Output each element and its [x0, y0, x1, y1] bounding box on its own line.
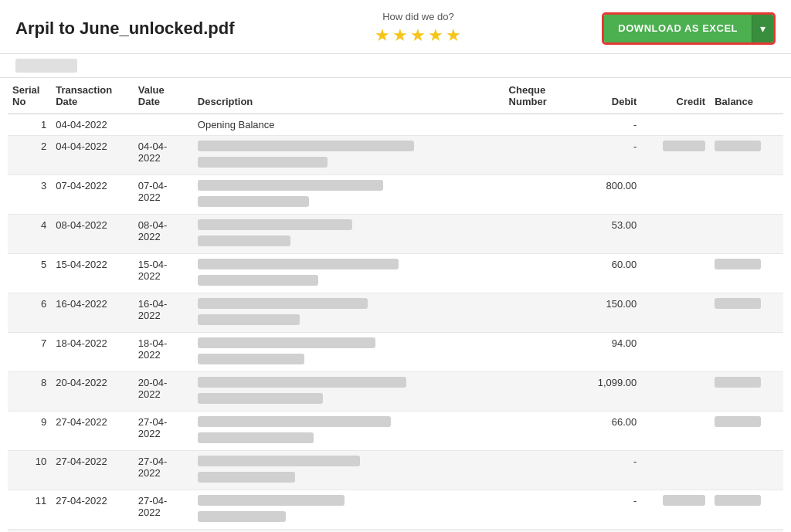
cell-cheque — [504, 215, 569, 254]
star-1[interactable]: ★ — [375, 25, 390, 46]
cell-credit — [641, 136, 710, 175]
cell-trans-date: 27-04-... — [51, 530, 134, 533]
cell-credit — [641, 215, 710, 254]
cell-serial: 10 — [8, 451, 51, 490]
col-header-description: Description — [193, 78, 504, 114]
cell-value-date: 07-04- 2022 — [134, 175, 193, 215]
cell-debit: - — [569, 451, 642, 490]
star-3[interactable]: ★ — [410, 25, 426, 46]
table-row: 718-04-202218-04- 202294.00 — [8, 333, 783, 372]
table-row: 1127-04-202227-04- 2022- — [8, 490, 783, 530]
cell-cheque — [504, 451, 569, 490]
cell-description — [193, 215, 504, 254]
cell-credit — [641, 372, 710, 412]
cell-cheque — [504, 490, 569, 530]
cell-description — [193, 372, 504, 412]
cell-debit: - — [569, 490, 642, 530]
star-4[interactable]: ★ — [428, 25, 443, 46]
cell-balance — [710, 530, 783, 533]
cell-value-date: 27-04- 2022 — [134, 451, 193, 490]
download-dropdown-button[interactable]: ▾ — [752, 15, 773, 42]
table-row: 104-04-2022Opening Balance- — [8, 114, 783, 136]
cell-debit: - — [569, 114, 642, 136]
cell-credit — [641, 254, 710, 293]
cell-trans-date: 18-04-2022 — [51, 333, 134, 372]
cell-credit — [641, 451, 710, 490]
cell-value-date — [134, 114, 193, 136]
cell-balance — [710, 175, 783, 215]
cell-cheque — [504, 254, 569, 293]
cell-cheque — [504, 412, 569, 451]
col-header-value-date: Value Date — [134, 78, 193, 114]
cell-serial: 3 — [8, 175, 51, 215]
cell-serial: 7 — [8, 333, 51, 372]
cell-cheque — [504, 136, 569, 175]
table-container: Serial No Transaction Date Value Date De… — [0, 78, 791, 532]
cell-debit: 150.00 — [569, 293, 642, 333]
cell-balance — [710, 114, 783, 136]
col-header-credit: Credit — [641, 78, 710, 114]
cell-serial: 4 — [8, 215, 51, 254]
cell-trans-date: 08-04-2022 — [51, 215, 134, 254]
cell-trans-date: 27-04-2022 — [51, 451, 134, 490]
cell-serial: 5 — [8, 254, 51, 293]
cell-trans-date: 27-04-2022 — [51, 490, 134, 530]
table-row: 515-04-202215-04- 202260.00 — [8, 254, 783, 293]
cell-trans-date: 07-04-2022 — [51, 175, 134, 215]
cell-trans-date: 04-04-2022 — [51, 114, 134, 136]
cell-credit — [641, 293, 710, 333]
cell-debit: 60.00 — [569, 254, 642, 293]
cell-debit: 20,000.00 — [569, 530, 642, 533]
download-as-excel-button[interactable]: DOWNLOAD AS EXCEL — [604, 15, 752, 42]
cell-cheque — [504, 530, 569, 533]
star-5[interactable]: ★ — [446, 25, 461, 46]
cell-serial: 12 — [8, 530, 51, 533]
download-button-wrapper: DOWNLOAD AS EXCEL ▾ — [602, 12, 776, 45]
cell-description — [193, 451, 504, 490]
table-row: 820-04-202220-04- 20221,099.00 — [8, 372, 783, 412]
cell-serial: 11 — [8, 490, 51, 530]
cell-trans-date: 04-04-2022 — [51, 136, 134, 175]
cell-balance — [710, 451, 783, 490]
cell-description — [193, 333, 504, 372]
cell-cheque — [504, 114, 569, 136]
cell-value-date: 08-04- 2022 — [134, 215, 193, 254]
cell-value-date: 04-04- 2022 — [134, 136, 193, 175]
cell-debit: 800.00 — [569, 175, 642, 215]
col-header-cheque: Cheque Number — [504, 78, 569, 114]
star-rating[interactable]: ★ ★ ★ ★ ★ — [375, 25, 461, 46]
cell-trans-date: 20-04-2022 — [51, 372, 134, 412]
cell-balance — [710, 254, 783, 293]
cell-credit — [641, 333, 710, 372]
col-header-serial: Serial No — [8, 78, 51, 114]
pagination-area — [0, 54, 791, 78]
col-header-trans-date: Transaction Date — [51, 78, 134, 114]
download-section: DOWNLOAD AS EXCEL ▾ — [602, 12, 776, 45]
cell-balance — [710, 372, 783, 412]
table-header-row: Serial No Transaction Date Value Date De… — [8, 78, 783, 114]
cell-trans-date: 27-04-2022 — [51, 412, 134, 451]
cell-serial: 8 — [8, 372, 51, 412]
cell-credit — [641, 490, 710, 530]
cell-serial: 9 — [8, 412, 51, 451]
cell-balance — [710, 136, 783, 175]
cell-cheque — [504, 372, 569, 412]
cell-trans-date: 15-04-2022 — [51, 254, 134, 293]
cell-balance — [710, 412, 783, 451]
cell-description: Opening Balance — [193, 114, 504, 136]
cell-balance — [710, 490, 783, 530]
col-header-balance: Balance — [710, 78, 783, 114]
pagination-stub — [15, 59, 77, 73]
table-row: 204-04-202204-04- 2022- — [8, 136, 783, 175]
table-row: 1227-04-...27-04-20,000.00 — [8, 530, 783, 533]
cell-credit — [641, 175, 710, 215]
cell-value-date: 27-04- — [134, 530, 193, 533]
table-row: 616-04-202216-04- 2022150.00 — [8, 293, 783, 333]
cell-trans-date: 16-04-2022 — [51, 293, 134, 333]
cell-serial: 2 — [8, 136, 51, 175]
cell-value-date: 27-04- 2022 — [134, 490, 193, 530]
cell-serial: 1 — [8, 114, 51, 136]
cell-description — [193, 530, 504, 533]
star-2[interactable]: ★ — [392, 25, 408, 46]
cell-description — [193, 293, 504, 333]
